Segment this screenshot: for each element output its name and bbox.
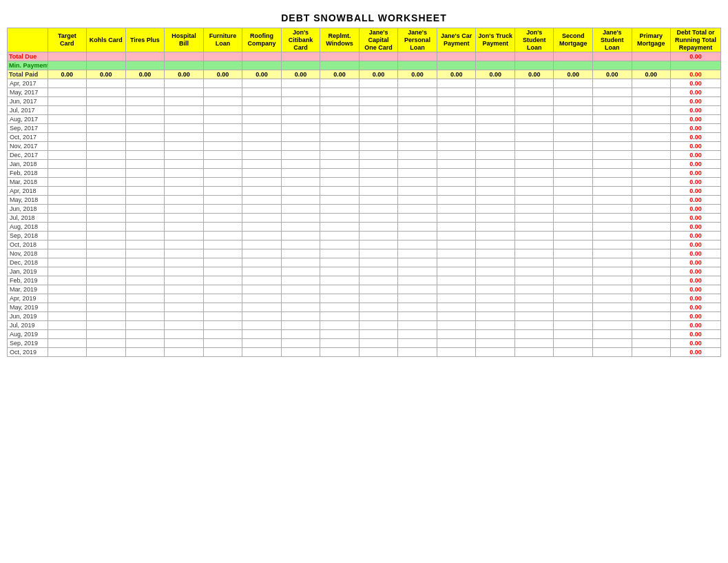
total-paid-label: Total Paid: [8, 70, 48, 79]
date-row: Jul, 20180.00: [8, 214, 721, 223]
date-row: Jun, 20180.00: [8, 205, 721, 214]
date-row: Oct, 20190.00: [8, 348, 721, 357]
col-header-furniture: FurnitureLoan: [203, 28, 242, 52]
col-header-janes-student: Jane'sStudentLoan: [593, 28, 632, 52]
debt-table: TargetCard Kohls Card Tires Plus Hospita…: [7, 28, 721, 357]
col-header-roofing: RoofingCompany: [242, 28, 282, 52]
col-header-janes-capital: Jane'sCapitalOne Card: [359, 28, 398, 52]
date-row: Oct, 20170.00: [8, 133, 721, 142]
date-row: Aug, 20190.00: [8, 330, 721, 339]
total-due-label: Total Due: [8, 52, 48, 61]
worksheet: DEBT SNOWBALL WORKSHEET TargetCa: [0, 0, 728, 563]
date-row: Jun, 20190.00: [8, 312, 721, 321]
date-row: Sep, 20170.00: [8, 124, 721, 133]
col-header-jons-truck: Jon's TruckPayment: [476, 28, 515, 52]
date-row: Jan, 20190.00: [8, 267, 721, 276]
col-header-windows: Replmt.Windows: [320, 28, 360, 52]
date-row: May, 20190.00: [8, 303, 721, 312]
col-header-target-card: TargetCard: [48, 28, 87, 52]
col-header-second-mortgage: SecondMortgage: [554, 28, 593, 52]
total-paid-row: Total Paid 0.00 0.00 0.00 0.00 0.00 0.00…: [8, 70, 721, 79]
date-row: Jul, 20170.00: [8, 106, 721, 115]
col-header-primary-mortgage: PrimaryMortgage: [632, 28, 671, 52]
col-header-janes-personal: Jane'sPersonalLoan: [398, 28, 437, 52]
col-header-jons-citibank: Jon'sCitibankCard: [281, 28, 320, 52]
col-header-jons-student: Jon'sStudentLoan: [514, 28, 554, 52]
date-row: Apr, 20170.00: [8, 79, 721, 88]
date-row: Jan, 20180.00: [8, 160, 721, 169]
col-header-debt-total: Debt Total orRunning TotalRepayment: [671, 28, 721, 52]
date-row: Aug, 20180.00: [8, 223, 721, 232]
date-row: Aug, 20170.00: [8, 115, 721, 124]
date-row: Apr, 20180.00: [8, 187, 721, 196]
col-header-hospital: HospitalBill: [165, 28, 204, 52]
date-row: Mar, 20180.00: [8, 178, 721, 187]
date-row: Jul, 20190.00: [8, 321, 721, 330]
min-payment-label: Min. Payment: [8, 61, 48, 70]
worksheet-title: DEBT SNOWBALL WORKSHEET: [7, 7, 721, 28]
date-row: Dec, 20180.00: [8, 258, 721, 267]
date-row: Nov, 20180.00: [8, 249, 721, 258]
date-row: May, 20180.00: [8, 196, 721, 205]
date-row: Feb, 20180.00: [8, 169, 721, 178]
date-row: Apr, 20190.00: [8, 294, 721, 303]
min-payment-row: Min. Payment: [8, 61, 721, 70]
date-row: May, 20170.00: [8, 88, 721, 97]
col-header-tires-plus: Tires Plus: [125, 28, 165, 52]
col-header-janes-car: Jane's CarPayment: [437, 28, 476, 52]
date-row: Dec, 20170.00: [8, 151, 721, 160]
col-header-kohls: Kohls Card: [87, 28, 126, 52]
date-row: Sep, 20180.00: [8, 232, 721, 240]
date-row: Mar, 20190.00: [8, 285, 721, 294]
col-header-date: [8, 28, 48, 52]
date-row: Oct, 20180.00: [8, 240, 721, 249]
date-row: Sep, 20190.00: [8, 339, 721, 348]
date-row: Feb, 20190.00: [8, 276, 721, 285]
header-row: TargetCard Kohls Card Tires Plus Hospita…: [8, 28, 721, 52]
date-row: Nov, 20170.00: [8, 142, 721, 151]
total-due-row: Total Due 0.00: [8, 52, 721, 61]
date-row: Jun, 20170.00: [8, 97, 721, 106]
